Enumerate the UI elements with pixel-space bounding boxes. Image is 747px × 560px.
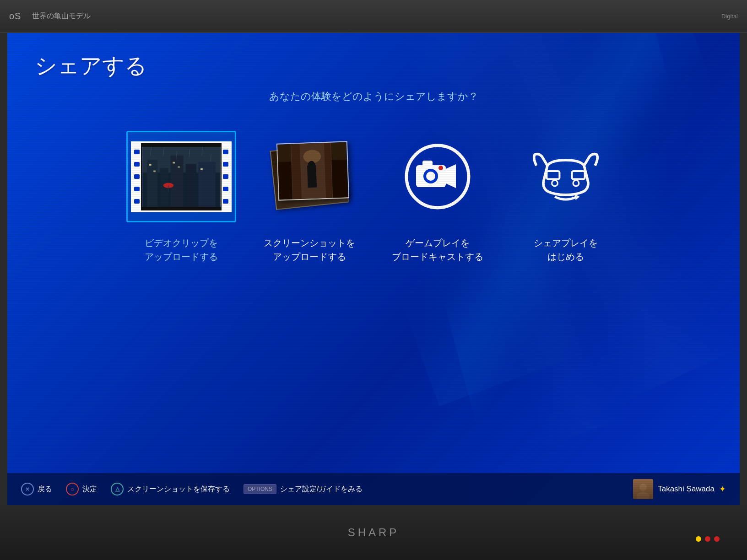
light-red-1 <box>705 536 710 542</box>
tv-brand-corner: oS <box>9 11 21 22</box>
svg-rect-2 <box>147 160 157 207</box>
svg-rect-36 <box>547 171 559 179</box>
broadcast-svg-icon <box>403 142 472 211</box>
indicator-lights <box>696 536 720 542</box>
menu-item-screenshot[interactable]: スクリーンショットをアップロードする <box>254 131 364 264</box>
tv-screen: シェアする あなたの体験をどのようにシェアしますか？ <box>7 33 740 505</box>
action-screenshot[interactable]: △ スクリーンショットを保存する <box>111 483 230 495</box>
svg-rect-5 <box>185 164 196 207</box>
tv-brand-bottom: SHARP <box>348 526 400 539</box>
light-red-2 <box>714 536 720 542</box>
tv-bezel: oS 世界の亀山モデル Digital シェアする あなたの体験をどのようにシェ… <box>0 0 747 560</box>
o-button-icon: ○ <box>66 483 79 495</box>
video-clip-icon-container <box>126 131 236 222</box>
options-action-label: シェア設定/ガイドをみる <box>280 485 363 494</box>
svg-marker-40 <box>575 194 579 200</box>
film-hole <box>134 187 140 191</box>
film-hole <box>223 162 228 167</box>
screenshot-label: スクリーンショットをアップロードする <box>264 236 355 264</box>
light-yellow <box>696 536 701 542</box>
user-name: Takashi Sawada <box>658 485 715 494</box>
action-back[interactable]: × 戻る <box>21 483 52 495</box>
options-badge: OPTIONS <box>244 484 276 494</box>
svg-point-42 <box>639 484 647 491</box>
film-holes-right <box>222 143 230 210</box>
triangle-button-icon: △ <box>111 483 124 495</box>
shareplay-label: シェアプレイをはじめる <box>534 236 598 264</box>
page-title: シェアする <box>35 51 712 81</box>
film-hole <box>223 174 228 179</box>
broadcast-label: ゲームプレイをブロードキャストする <box>392 236 483 264</box>
action-screenshot-label: スクリーンショットを保存する <box>127 485 230 494</box>
film-holes-left <box>133 143 141 210</box>
svg-point-43 <box>637 492 650 499</box>
shareplay-icon-container <box>511 131 621 222</box>
action-back-label: 戻る <box>38 485 52 494</box>
svg-point-32 <box>426 172 435 181</box>
film-frame-image <box>142 147 221 207</box>
action-confirm[interactable]: ○ 決定 <box>66 483 97 495</box>
screenshot-stack <box>268 138 351 215</box>
svg-rect-7 <box>149 164 152 166</box>
menu-item-video-clip[interactable]: ビデオクリップをアップロードする <box>126 131 236 264</box>
svg-rect-25 <box>307 165 317 188</box>
page-subtitle: あなたの体験をどのようにシェアしますか？ <box>35 90 712 103</box>
svg-marker-35 <box>446 164 456 188</box>
screenshot-front <box>276 141 349 200</box>
svg-rect-9 <box>173 162 175 163</box>
svg-rect-37 <box>572 171 585 179</box>
action-confirm-label: 決定 <box>82 485 97 494</box>
film-strip-icon <box>131 140 232 213</box>
film-hole <box>134 150 140 154</box>
bottom-action-bar: × 戻る ○ 決定 △ スクリーンショットを保存する OPTIONS シェア設定… <box>7 473 740 505</box>
svg-rect-10 <box>178 166 180 168</box>
svg-point-39 <box>573 180 579 186</box>
tv-digital-label: Digital <box>721 13 738 20</box>
film-hole <box>223 199 228 204</box>
svg-rect-11 <box>200 168 203 170</box>
svg-rect-33 <box>422 161 433 166</box>
menu-item-broadcast[interactable]: ゲームプレイをブロードキャストする <box>383 131 493 264</box>
menu-items-container: ビデオクリップをアップロードする <box>35 131 712 496</box>
broadcast-icon-container <box>383 131 493 222</box>
svg-point-34 <box>438 166 443 170</box>
shareplay-svg-icon <box>529 149 602 204</box>
tv-model: 世界の亀山モデル <box>32 11 91 21</box>
user-avatar <box>633 479 653 499</box>
film-hole <box>223 187 228 191</box>
tv-bottom-bezel: SHARP <box>0 505 747 560</box>
film-hole <box>134 199 140 204</box>
svg-point-38 <box>552 180 558 186</box>
svg-rect-8 <box>153 170 156 172</box>
screenshot-icon-container <box>254 131 364 222</box>
svg-rect-4 <box>171 155 184 206</box>
film-hole <box>134 162 140 167</box>
svg-rect-41 <box>633 479 653 499</box>
user-info-section: Takashi Sawada ✦ <box>633 479 726 499</box>
film-hole <box>223 150 228 154</box>
x-button-icon: × <box>21 483 34 495</box>
film-strip-outer <box>131 141 232 212</box>
video-clip-label: ビデオクリップをアップロードする <box>145 236 218 264</box>
menu-item-shareplay[interactable]: シェアプレイをはじめる <box>511 131 621 264</box>
screen-content: シェアする あなたの体験をどのようにシェアしますか？ <box>7 33 740 505</box>
film-hole <box>134 174 140 179</box>
action-options[interactable]: OPTIONS シェア設定/ガイドをみる <box>244 484 363 494</box>
tv-top-bar: oS 世界の亀山モデル Digital <box>0 0 747 33</box>
ps-plus-icon: ✦ <box>719 484 726 494</box>
